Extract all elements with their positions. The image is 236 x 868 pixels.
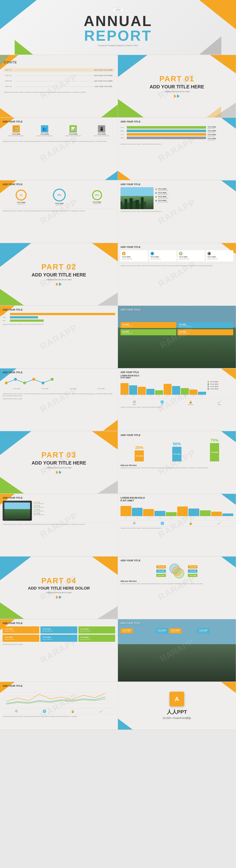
toc-label-1: ADD YOUR TITLE HERE bbox=[94, 69, 112, 71]
row-7: RARAPP PART 03 ADD YOUR TITLE HERE LOREM… bbox=[0, 431, 236, 494]
toc-decor-green-br bbox=[101, 104, 118, 117]
laptop-item-3: TIE HERE add your title here bbox=[33, 509, 115, 512]
circles-diag-lorem: LOREM IPSUM DOLOR SIT AMET, CONSECTETUR … bbox=[121, 583, 233, 585]
city-titlebox-3: TITLE HERE add your title bbox=[169, 628, 181, 633]
laptop-image bbox=[3, 501, 32, 521]
laptop-item-4: TIE HERE add your title here bbox=[33, 513, 115, 515]
circle-text-3: add your title bbox=[92, 203, 102, 204]
circle-item-3: 0% TITLE HERE add your title bbox=[92, 190, 102, 204]
content-cards-slide: RARAPP ADD YOUR TITLE 📋 TITLE HERE add y… bbox=[118, 243, 236, 305]
circles-diagram-slide: RARAPP ADD YOUR TITLE TITLE ME TITLE ME … bbox=[118, 557, 236, 619]
colorboxes-slide: RARAPP ADD YOUR TITLE TITLE HERE add you… bbox=[0, 619, 118, 682]
circle-title-2: TITLE HERE bbox=[53, 203, 66, 204]
circle-title-1: TITLE HERE bbox=[16, 202, 27, 203]
timeline-header: ADD YOUR TITLE bbox=[121, 120, 233, 123]
part01-title-slide: RARAPP PART 01 ADD YOUR TITLE HERE LOREM… bbox=[118, 55, 236, 117]
city-image bbox=[121, 187, 154, 209]
linegraph-header: ADD YOUR TITLE bbox=[3, 684, 115, 687]
card-3: 📊 TITLE HERE add your title here bbox=[177, 250, 205, 261]
overlay-box-3: TLE HER add your title here bbox=[121, 329, 176, 335]
circles-label-2: TITLE ME bbox=[156, 569, 166, 573]
circles-diag-add-title: Add your title here bbox=[121, 580, 233, 582]
circle-item-2: 0% TITLE HERE add your title bbox=[53, 189, 66, 206]
line-chart-slide: RARAPP LOREM IPSUM DOLOR SIT AMET bbox=[118, 494, 236, 556]
laptop-item-2: TIE HERE add your title here bbox=[33, 505, 115, 508]
pct-col-2: 50% TITLE HERE bbox=[172, 442, 181, 461]
barchart-bullets-slide: RARAPP ADD YOUR TITLE LOREM IPSUM DOLOR … bbox=[118, 369, 236, 431]
colorbox-5: TITLE HERE add your title here bbox=[41, 634, 77, 642]
toc-item-4: PART 04 ADD YOUR TITLE HER. bbox=[4, 85, 114, 89]
icon-img-4: 📱 bbox=[98, 125, 105, 132]
row-4: RARAPP PART 02 ADD YOUR TITLE HERE LOREM… bbox=[0, 243, 236, 306]
part03-main-title: ADD YOUR TITLE HERE bbox=[12, 460, 106, 466]
brand-slide: A 人人PPT 20,000+ PowerPoint模板 bbox=[118, 682, 236, 730]
card-4: 📱 TITLE HERE add your title here bbox=[206, 250, 233, 261]
year-label-2: 201X bbox=[121, 130, 126, 132]
circle-val-2: 0% bbox=[57, 193, 61, 196]
cover-subtitle: Powerpoint Template Designed by Name in … bbox=[98, 44, 138, 46]
colorbox-3: TITLE HERE add your title here bbox=[78, 626, 115, 633]
brand-sub: 20,000+ PowerPoint模板 bbox=[163, 717, 191, 720]
toc-part-3: PART 03 bbox=[5, 80, 14, 82]
linegraph-slide: RARAPP ADD YOUR TITLE bbox=[0, 682, 118, 730]
colorboxes-lorem: LOREM IPSUM DOLOR SIT AMET bbox=[3, 644, 115, 646]
pct-header: ADD YOUR TITLE bbox=[121, 434, 233, 436]
part03-tri-green-b bbox=[0, 477, 24, 494]
toc-part-4: PART 04 bbox=[5, 86, 14, 88]
svg-point-1 bbox=[14, 378, 17, 381]
icon-title-1: TITLE HERE bbox=[3, 133, 30, 135]
city-titleboxes-slide: RARAPP ADD YOUR TITLE TITLE HERE add you… bbox=[118, 619, 236, 682]
linechart-title: LOREM IPSUM DOLOR SIT AMET bbox=[121, 496, 233, 502]
presentation-container: LOGO ANNUAL REPORT Powerpoint Template D… bbox=[0, 0, 236, 730]
city-tb-header: ADD YOUR TITLE bbox=[121, 622, 233, 625]
circle-val-3: 0% bbox=[95, 193, 99, 196]
timeline-slide: RARAPP ADD YOUR TITLE 201X 201X bbox=[118, 118, 236, 180]
part04-tri-orange bbox=[92, 557, 118, 575]
row-1: RARAPP CONTE PART 01 ADD YOUR TITLE HERE… bbox=[0, 55, 236, 118]
colorboxes-header: ADD YOUR TITLE bbox=[3, 622, 115, 625]
card-1: 📋 TITLE HERE add your title here bbox=[121, 250, 148, 261]
pct-col-1: 25% TITLE HERE bbox=[135, 446, 144, 461]
city-lorem: LOREM IPSUM DOLOR SIT AMET, CONSECTETUR … bbox=[121, 211, 233, 213]
cover-slide: LOGO ANNUAL REPORT Powerpoint Template D… bbox=[0, 0, 236, 55]
icon-item-4: 📱 TITLE HERE add your title here add you… bbox=[88, 125, 115, 137]
circle-item-1: 01 TITLE HERE add your title bbox=[16, 190, 27, 205]
city-header: ADD YOUR TITLE bbox=[121, 183, 233, 186]
part01-subtitle: LOREM IPSUM DOLOR SIT AMET bbox=[130, 91, 224, 93]
zigzag-svg bbox=[3, 376, 54, 386]
row-2: RARAPP ADD YOUR TITLE 🖼️ TITLE HERE add … bbox=[0, 118, 236, 180]
bars-header: ADD YOUR TITLE bbox=[3, 308, 115, 311]
circles-diag-header: ADD YOUR TITLE bbox=[121, 559, 233, 562]
icon-text-2: add your title here add your bbox=[31, 135, 58, 137]
timeline-titles: TITLE HEREadd your title TITLE HEREadd y… bbox=[208, 125, 233, 142]
icon-item-3: 📊 TITLE HERE add your title here add you… bbox=[60, 125, 87, 137]
part02-title-slide: RARAPP PART 02 ADD YOUR TITLE HERE LOREM… bbox=[0, 243, 118, 305]
icons-lorem: LOREM IPSUM DOLOR SIT AMET, CONSECTETUR … bbox=[3, 139, 115, 143]
svg-point-0 bbox=[5, 381, 8, 384]
toc-lorem: LOREM IPSUM DOLOR SIT AMET, CONSECTETUR … bbox=[4, 91, 114, 93]
city-titlebox-2: TITLE HERE add your title bbox=[156, 628, 168, 633]
laptop-item-1: TIE HERE add your title here bbox=[33, 501, 115, 504]
circle-title-3: TITLE HERE bbox=[92, 201, 102, 203]
icon-title-3: TITLE HERE bbox=[60, 133, 87, 135]
longtext-lorem1: LOREM IPSUM DOLOR SIT AMET, CONSECTETUR … bbox=[3, 393, 115, 397]
colorbox-2: TITLE HERE add your title here bbox=[41, 626, 77, 633]
icon-text-1: add your title here add your bbox=[3, 135, 30, 137]
part02-main-title: ADD YOUR TITLE HERE bbox=[12, 272, 106, 278]
year-label-3: 201X bbox=[121, 134, 126, 135]
circles-lorem: LOREM IPSUM DOLOR SIT AMET, CONSECTETUR … bbox=[3, 209, 115, 212]
cover-tri-green bbox=[15, 40, 33, 55]
year-label-4: 201X bbox=[121, 137, 126, 139]
pct-lorem: LOREM IPSUM DOLOR SIT AMET, CONSECTETUR … bbox=[121, 467, 233, 469]
city-bullets-list: TITLE HEREadd your title here TITLE HERE… bbox=[155, 187, 233, 209]
part02-tri-green-b bbox=[0, 289, 24, 305]
cover-tri-blue bbox=[0, 0, 37, 29]
barchart-lorem: LOREM IPSUM DOLOR SIT AMET, CONSECTETUR … bbox=[121, 406, 233, 408]
part04-subtitle: LOREM IPSUM DOLOR SIT AMET bbox=[12, 592, 106, 594]
linechart-lorem: LOREM IPSUM DOLOR SIT AMET, CONSECTETUR … bbox=[121, 527, 233, 529]
toc-header: CONTE bbox=[4, 61, 114, 64]
part02-tri-orange bbox=[92, 243, 118, 261]
row-9: RARAPP PART 04 ADD YOUR TITLE HERE DOLOR… bbox=[0, 557, 236, 619]
cover-logo: LOGO bbox=[113, 8, 123, 12]
toc-slide: RARAPP CONTE PART 01 ADD YOUR TITLE HERE… bbox=[0, 55, 118, 117]
